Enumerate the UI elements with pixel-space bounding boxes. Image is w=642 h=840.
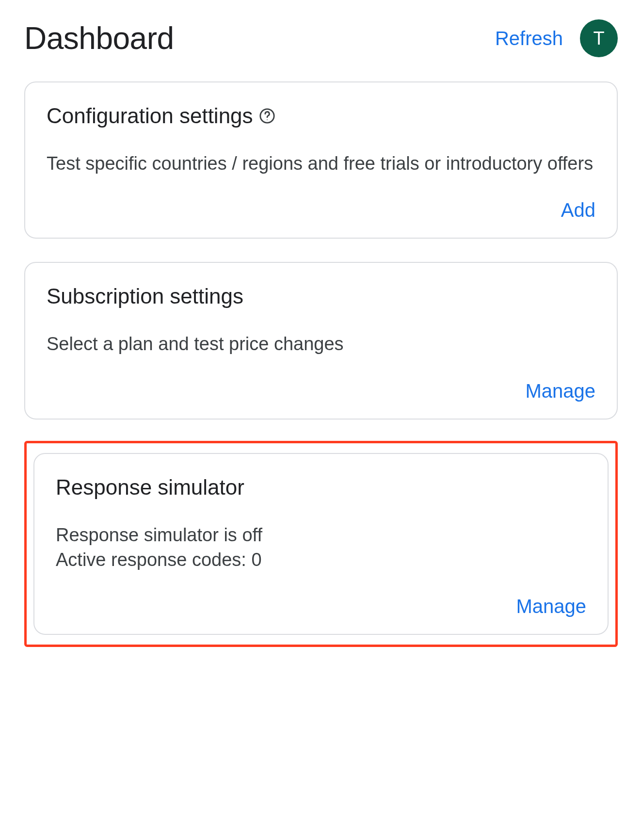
response-simulator-card: Response simulator Response simulator is… xyxy=(33,453,609,635)
card-title-row: Subscription settings xyxy=(47,284,595,308)
header-actions: Refresh T xyxy=(495,19,618,57)
help-circle-icon[interactable] xyxy=(259,108,275,124)
card-description: Test specific countries / regions and fr… xyxy=(47,151,595,176)
card-action-row: Manage xyxy=(56,596,586,617)
page-title: Dashboard xyxy=(24,20,174,56)
card-title: Subscription settings xyxy=(47,284,243,308)
refresh-button[interactable]: Refresh xyxy=(495,28,563,49)
card-description: Select a plan and test price changes xyxy=(47,332,595,356)
avatar-initial: T xyxy=(593,28,604,49)
content: Configuration settings Test specific cou… xyxy=(0,81,642,671)
card-title: Response simulator xyxy=(56,475,244,500)
configuration-settings-card: Configuration settings Test specific cou… xyxy=(24,81,618,239)
card-action-row: Manage xyxy=(47,380,595,402)
manage-subscription-button[interactable]: Manage xyxy=(525,380,595,402)
highlight-annotation: Response simulator Response simulator is… xyxy=(24,441,618,647)
add-button[interactable]: Add xyxy=(561,199,595,221)
card-title: Configuration settings xyxy=(47,104,253,128)
manage-response-simulator-button[interactable]: Manage xyxy=(516,596,586,617)
status-text: Response simulator is off xyxy=(56,523,586,548)
card-action-row: Add xyxy=(47,199,595,221)
card-description: Response simulator is off Active respons… xyxy=(56,523,586,573)
svg-point-1 xyxy=(267,119,268,120)
codes-text: Active response codes: 0 xyxy=(56,548,586,572)
card-title-row: Response simulator xyxy=(56,475,586,500)
card-title-row: Configuration settings xyxy=(47,104,595,128)
subscription-settings-card: Subscription settings Select a plan and … xyxy=(24,262,618,419)
header: Dashboard Refresh T xyxy=(0,0,642,81)
avatar[interactable]: T xyxy=(580,19,618,57)
